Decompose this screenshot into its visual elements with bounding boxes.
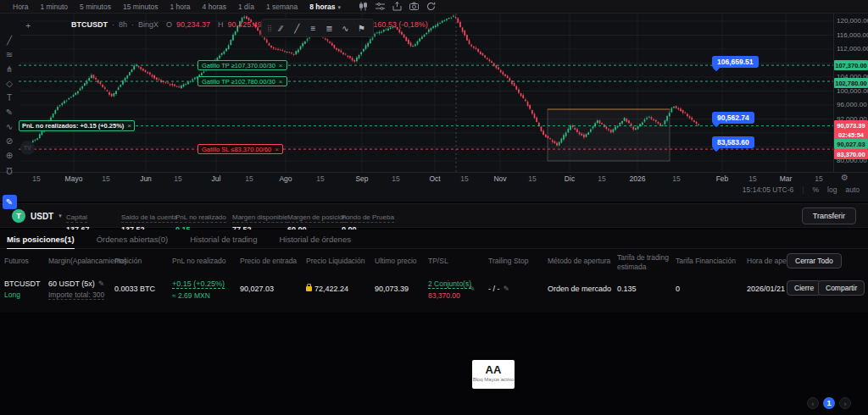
trend-line-icon[interactable]: ╱: [3, 36, 16, 46]
tab-historial-trading[interactable]: Historial de trading: [190, 235, 257, 244]
tp2-axis-price: 102,780.00: [834, 78, 868, 88]
flag-tool-icon[interactable]: ⚑: [355, 24, 368, 33]
interval-1w[interactable]: 1 semana: [260, 3, 303, 11]
cell-liq-price: 72,422.24: [306, 285, 348, 293]
sl-axis-price: 83,370.00: [834, 149, 868, 159]
capslock-title: AA: [472, 363, 515, 376]
next-page-button[interactable]: ›: [839, 397, 851, 409]
price-change: -160.53 (-0,18%): [370, 20, 428, 29]
edit-tpsl-icon[interactable]: ✎: [469, 285, 476, 293]
close-position-button[interactable]: Cierre: [787, 280, 821, 296]
camera-icon[interactable]: [409, 2, 419, 11]
log-scale-button[interactable]: log: [827, 185, 837, 194]
prev-page-button[interactable]: ‹: [807, 397, 819, 409]
indicators-icon[interactable]: [376, 2, 385, 11]
time-tick-label: 2026: [630, 174, 646, 183]
interval-hora[interactable]: Hora: [7, 3, 34, 11]
magnet-icon[interactable]: Ω: [3, 165, 16, 175]
alert-bubble-1[interactable]: 106,659.51: [712, 56, 759, 68]
interval-1m[interactable]: 1 minuto: [34, 3, 74, 11]
shapes-icon[interactable]: ◇: [3, 79, 16, 89]
refresh-icon[interactable]: [426, 2, 436, 11]
path-tool-icon[interactable]: ∿: [339, 24, 352, 33]
candle-style-icon[interactable]: [359, 2, 368, 11]
interval-5m[interactable]: 5 minutos: [74, 3, 117, 11]
parallel-lines-icon[interactable]: ∕∕: [275, 24, 287, 33]
ohlc-high-value: 90,425.49: [228, 20, 262, 29]
percent-scale-button[interactable]: %: [813, 185, 820, 194]
chart-area[interactable]: ╱ ≋ ⋔ ◇ T ✎ ∿ ⊘ ⊕ Ω ✎ ＋ BTCUSDT · 8h · B…: [0, 14, 868, 202]
wave-icon[interactable]: ∿: [3, 122, 16, 132]
usdt-icon: T: [12, 209, 25, 223]
tab-mis-posiciones[interactable]: Mis posiciones(1): [7, 235, 75, 244]
asset-selector[interactable]: T USDT ▾: [12, 209, 62, 223]
trading-screen: Hora 1 minuto 5 minutos 15 minutos 1 hor…: [0, 0, 868, 415]
header-pnl: PnL no realizado: [172, 257, 225, 265]
eraser-icon[interactable]: ⊘: [3, 136, 16, 147]
active-tool-button[interactable]: ✎: [3, 195, 17, 209]
horizontal-lines-icon[interactable]: ≡: [307, 24, 320, 33]
tp1-order-label[interactable]: Gatillo TP ≥107,370.00/30×: [198, 60, 287, 70]
header-tpsl: TP/SL: [428, 257, 448, 265]
close-icon[interactable]: ×: [275, 146, 279, 153]
price-tick-label: 112,000.00: [837, 45, 868, 53]
alert-bubble-3[interactable]: 83,583.60: [712, 136, 754, 148]
interval-4h[interactable]: 4 horas: [197, 3, 232, 11]
cell-tpsl: 2 Conjunto(s) 83,370.00: [428, 279, 471, 300]
text-tool-icon[interactable]: T: [3, 93, 16, 103]
time-tick-label: 15: [528, 174, 536, 183]
transfer-button[interactable]: Transferir: [802, 208, 856, 224]
brush-icon[interactable]: ✎: [3, 108, 16, 118]
time-tick-label: 15: [598, 174, 605, 183]
chart-venue: BingX: [138, 20, 159, 29]
interval-1d[interactable]: 1 día: [232, 3, 260, 11]
time-tick-label: 15: [815, 174, 822, 183]
close-all-button[interactable]: Cerrar Todo: [787, 253, 842, 268]
capslock-subtitle: Bloq Mayús activo: [472, 377, 515, 382]
time-tick-label: Nov: [493, 174, 506, 183]
ohlc-high-key: H: [218, 20, 224, 29]
alert-bubble-2[interactable]: 90,562.74: [712, 112, 754, 124]
position-pnl-label[interactable]: PnL no realizados: +0.15 (+0.25%) Volume…: [19, 120, 135, 131]
share-position-button[interactable]: Compartir: [818, 280, 865, 296]
topbar-icon-group: [359, 2, 436, 11]
auto-scale-button[interactable]: auto: [845, 185, 860, 194]
time-tick-label: 15: [392, 174, 399, 183]
interval-1h[interactable]: 1 hora: [164, 3, 197, 11]
drag-handle-icon[interactable]: ⣿: [267, 25, 271, 32]
cell-open-time: 2026/01/21 1: [747, 285, 792, 293]
symbol-name[interactable]: BTCUSDT: [71, 20, 108, 29]
time-tick-label: Mayo: [65, 174, 83, 183]
tp2-order-label[interactable]: Gatillo TP ≥102,780.00/30×: [198, 76, 287, 86]
extended-lines-icon[interactable]: ≣: [323, 24, 336, 33]
edit-margin-icon[interactable]: ✎: [98, 279, 105, 288]
sl-order-label[interactable]: Gatillo SL ≤83,370.00/60×: [198, 144, 283, 154]
time-tick-label: Ago: [279, 174, 292, 183]
channel-icon[interactable]: ≋: [3, 50, 16, 60]
pitchfork-icon[interactable]: ⋔: [3, 64, 16, 75]
close-icon[interactable]: ×: [279, 62, 283, 69]
cell-entry-price: 90,027.03: [240, 285, 274, 293]
tab-ordenes-abiertas[interactable]: Órdenes abiertas(0): [97, 235, 168, 244]
zoom-icon[interactable]: ⊕: [3, 151, 16, 161]
gear-icon[interactable]: ⚙: [841, 173, 849, 182]
current-page-button[interactable]: 1: [823, 397, 835, 409]
trendline-tool-icon[interactable]: ╱: [291, 24, 303, 33]
cell-symbol: BTCUSDT Long: [4, 279, 41, 299]
tpsl-sets-link[interactable]: 2 Conjunto(s): [428, 279, 471, 289]
close-icon[interactable]: ×: [279, 78, 283, 86]
export-icon[interactable]: [392, 2, 402, 11]
interval-15m[interactable]: 15 minutos: [117, 3, 164, 11]
interval-toolbar: Hora 1 minuto 5 minutos 15 minutos 1 hor…: [0, 0, 868, 14]
time-tick-label: Feb: [716, 174, 729, 183]
crosshair-icon[interactable]: ＋: [24, 19, 32, 31]
close-icon[interactable]: ×: [127, 122, 131, 130]
edit-trailing-icon[interactable]: ✎: [504, 285, 510, 293]
header-tarifa-trading: Tarifa de trading estimada: [617, 253, 671, 271]
account-bar: T USDT ▾ Capital137.67 Saldo de la cuent…: [0, 203, 868, 228]
symbol-info-row: BTCUSDT · 8h · BingX O90,234.37 H90,425.…: [71, 20, 428, 29]
tab-historial-ordenes[interactable]: Historial de órdenes: [279, 235, 351, 244]
time-tick-label: 15: [102, 174, 109, 183]
interval-8h-active[interactable]: 8 horas▾: [303, 3, 347, 11]
ohlc-open-key: O: [166, 20, 172, 29]
